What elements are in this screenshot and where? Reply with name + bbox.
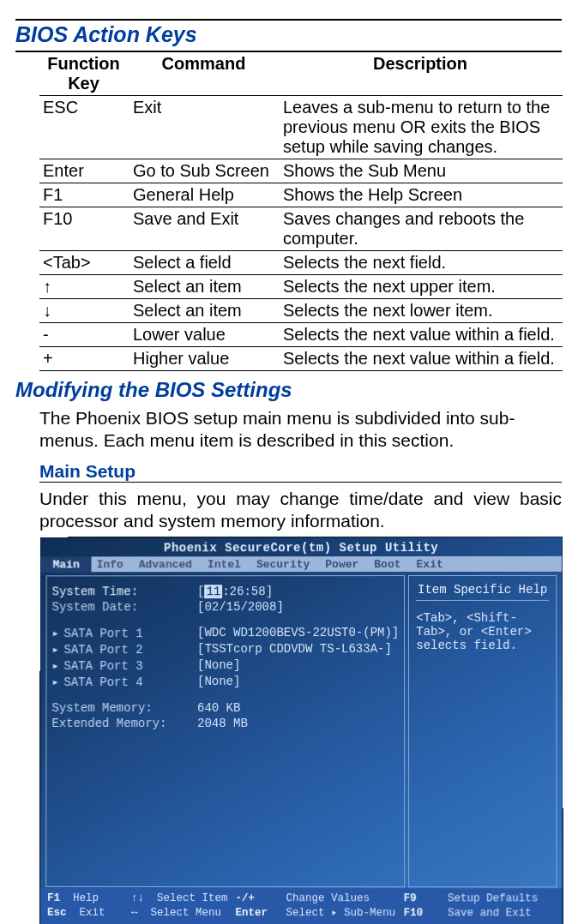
bios-row-sata3: ▸SATA Port 3 [None] [51, 658, 399, 673]
cell-key: <Tab> [39, 251, 129, 275]
bios-menu-boot: Boot [369, 558, 411, 571]
bios-value-time: [11:26:58] [197, 585, 273, 599]
bios-footer-defaults: Setup Defaults [448, 892, 556, 907]
cell-key: - [39, 323, 129, 347]
bios-value-sata4: [None] [197, 675, 240, 689]
bios-label-time: System Time: [52, 585, 198, 599]
bios-footer-submenu: Select ▸ Sub-Menu [286, 907, 400, 921]
bios-help-title: Item Specific Help [416, 583, 549, 601]
cell-cmd: Select a field [129, 251, 280, 275]
cell-cmd: Select an item [129, 299, 280, 323]
bios-label-date: System Date: [52, 601, 198, 615]
cell-desc: Leaves a sub-menu to return to the previ… [280, 96, 563, 159]
table-row: F1 General Help Shows the Help Screen [39, 183, 563, 207]
submenu-marker-icon: ▸ [51, 675, 63, 690]
cell-cmd: General Help [129, 183, 280, 207]
col-header-command: Command [129, 52, 280, 96]
subheading-wrap: Main Setup [39, 461, 562, 483]
bios-row-date: System Date: [02/15/2008] [52, 600, 400, 614]
cell-key: ↓ [39, 299, 129, 323]
bios-menu-info: Info [92, 558, 134, 571]
bios-time-hours-selected: 11 [205, 585, 223, 599]
bios-row-time: System Time: [11:26:58] [52, 585, 400, 598]
bios-footer-lr: ↔ Select Menu [131, 907, 232, 921]
bios-footer-f1: F1 Help [47, 892, 128, 907]
bios-menu-intel: Intel [202, 558, 251, 571]
cell-desc: Saves changes and reboots the computer. [280, 207, 563, 251]
cell-cmd: Select an item [129, 275, 280, 299]
cell-desc: Selects the next value within a field. [280, 347, 563, 371]
submenu-marker-icon: ▸ [51, 659, 63, 674]
paragraph-main-setup: Under this menu, you may change time/dat… [39, 488, 562, 531]
bios-value-extmem: 2048 MB [197, 717, 248, 730]
bios-menu-bar: Main Info Advanced Intel Security Power … [41, 556, 562, 572]
heading-main-setup: Main Setup [39, 461, 562, 483]
submenu-marker-icon: ▸ [51, 643, 63, 657]
bios-value-date: [02/15/2008] [197, 601, 284, 615]
table-header-row: Function Key Command Description [39, 52, 563, 96]
cell-key: ↑ [39, 275, 129, 299]
heading-modifying-bios: Modifying the BIOS Settings [15, 378, 562, 402]
top-rule [15, 19, 562, 21]
bios-left-pane: System Time: [11:26:58] System Date: [02… [45, 575, 405, 887]
bios-value-sata2: [TSSTcorp CDDVDW TS-L633A-] [197, 642, 392, 657]
heading-bios-action-keys: BIOS Action Keys [15, 22, 562, 47]
table-row: ↑ Select an item Selects the next upper … [39, 275, 563, 299]
bios-footer: F1 Help ↑↓ Select Item -/+ Change Values… [40, 889, 563, 924]
bios-help-pane: Item Specific Help <Tab>, <Shift-Tab>, o… [408, 575, 557, 887]
table-row: + Higher value Selects the next value wi… [39, 347, 563, 371]
table-row: ESC Exit Leaves a sub-menu to return to … [39, 96, 563, 159]
table-row: Enter Go to Sub Screen Shows the Sub Men… [39, 159, 563, 183]
bios-title: Phoenix SecureCore(tm) Setup Utility [41, 537, 562, 557]
cell-desc: Selects the next lower item. [280, 299, 563, 323]
bios-screenshot: Phoenix SecureCore(tm) Setup Utility Mai… [39, 537, 563, 924]
submenu-marker-icon: ▸ [52, 627, 64, 641]
cell-desc: Selects the next field. [280, 251, 563, 275]
bios-row-sata4: ▸SATA Port 4 [None] [51, 675, 399, 689]
bios-main-area: System Time: [11:26:58] System Date: [02… [40, 572, 562, 889]
bios-help-text: <Tab>, <Shift-Tab>, or <Enter> selects f… [416, 611, 549, 652]
bios-row-sata2: ▸SATA Port 2 [TSSTcorp CDDVDW TS-L633A-] [51, 642, 399, 657]
bios-footer-arrows: ↑↓ Select Item [131, 892, 232, 907]
bios-label-extmem: Extended Memory: [51, 717, 197, 730]
table-row: <Tab> Select a field Selects the next fi… [39, 251, 563, 275]
cell-key: + [39, 347, 129, 371]
cell-desc: Shows the Sub Menu [280, 159, 563, 183]
cell-key: Enter [39, 159, 129, 183]
bios-label-sata1: ▸SATA Port 1 [52, 627, 198, 641]
cell-cmd: Go to Sub Screen [129, 159, 280, 183]
bios-time-rest: :26:58] [222, 585, 273, 599]
cell-key: F1 [39, 183, 129, 207]
bios-row-sata1: ▸SATA Port 1 [WDC WD1200BEVS-22UST0-(PM)… [52, 626, 400, 640]
bios-action-keys-table: Function Key Command Description ESC Exi… [39, 52, 563, 371]
bios-menu-exit: Exit [412, 558, 454, 571]
bios-footer-save: Save and Exit [448, 907, 556, 921]
bios-footer-esc: Esc Exit [47, 906, 128, 921]
paragraph-intro: The Phoenix BIOS setup main menu is subd… [39, 407, 562, 451]
bios-menu-advanced: Advanced [134, 558, 202, 571]
table-row: F10 Save and Exit Saves changes and rebo… [39, 207, 563, 251]
bios-label-sata4: ▸SATA Port 4 [51, 675, 197, 689]
cell-desc: Selects the next value within a field. [280, 323, 563, 347]
cell-key: F10 [39, 207, 129, 251]
bios-label-sysmem: System Memory: [51, 701, 197, 715]
col-header-description: Description [280, 52, 563, 96]
bios-row-extmem: Extended Memory: 2048 MB [51, 717, 399, 730]
bios-value-sata1: [WDC WD1200BEVS-22UST0-(PM)] [197, 626, 399, 640]
cell-cmd: Exit [129, 96, 280, 159]
col-header-function-key: Function Key [39, 52, 129, 96]
bios-menu-main: Main [41, 556, 92, 573]
bios-menu-security: Security [251, 558, 320, 571]
cell-key: ESC [39, 96, 129, 159]
cell-cmd: Higher value [129, 347, 280, 371]
cell-cmd: Save and Exit [129, 207, 280, 251]
bios-footer-pm: -/+ [235, 892, 282, 907]
cell-cmd: Lower value [129, 323, 280, 347]
table-row: - Lower value Selects the next value wit… [39, 323, 563, 347]
bios-footer-f10: F10 [404, 907, 444, 921]
bios-label-sata2: ▸SATA Port 2 [51, 643, 197, 657]
bios-value-sysmem: 640 KB [197, 701, 240, 715]
bios-row-sysmem: System Memory: 640 KB [51, 701, 399, 715]
bios-footer-enter: Enter [235, 907, 282, 921]
bios-label-sata3: ▸SATA Port 3 [51, 659, 197, 674]
